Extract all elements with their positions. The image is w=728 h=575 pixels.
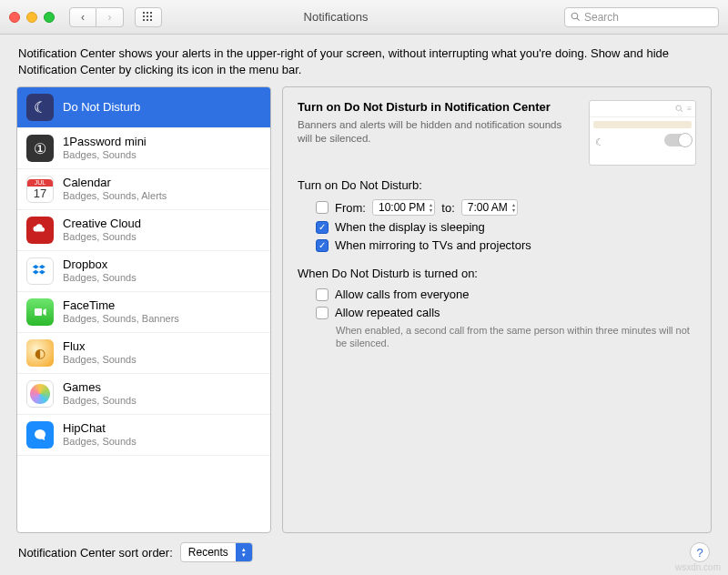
repeated-checkbox[interactable]	[316, 307, 329, 319]
app-name: Flux	[63, 340, 136, 354]
app-subtitle: Badges, Sounds	[63, 354, 136, 366]
sidebar-item-games[interactable]: GamesBadges, Sounds	[17, 374, 270, 415]
everyone-label: Allow calls from everyone	[335, 288, 469, 301]
back-button[interactable]: ‹	[69, 7, 96, 27]
schedule-section-label: Turn on Do Not Disturb:	[298, 178, 696, 192]
mirroring-label: When mirroring to TVs and projectors	[335, 238, 531, 252]
svg-rect-3	[143, 15, 145, 17]
content-area: ☾Do Not Disturb①1Password miniBadges, So…	[0, 86, 728, 533]
sidebar-item-1password-mini[interactable]: ①1Password miniBadges, Sounds	[17, 128, 270, 169]
moon-mini-icon: ☾	[595, 136, 604, 148]
app-name: 1Password mini	[63, 136, 147, 149]
search-input[interactable]: Search	[564, 7, 719, 27]
app-name: Calendar	[63, 177, 167, 190]
search-icon	[571, 12, 581, 22]
when-on-section-label: When Do Not Disturb is turned on:	[298, 267, 696, 280]
option-from-row: From: 10:00 PM ▴▾ to: 7:00 AM ▴▾	[316, 199, 696, 216]
svg-rect-2	[150, 12, 152, 14]
app-name: HipChat	[63, 422, 136, 436]
from-time-input[interactable]: 10:00 PM ▴▾	[372, 199, 435, 216]
to-time-input[interactable]: 7:00 AM ▴▾	[461, 199, 518, 216]
app-sidebar[interactable]: ☾Do Not Disturb①1Password miniBadges, So…	[16, 86, 271, 533]
option-everyone-row: Allow calls from everyone	[316, 288, 696, 301]
mirroring-checkbox[interactable]	[316, 239, 329, 252]
sidebar-item-creative-cloud[interactable]: Creative CloudBadges, Sounds	[17, 210, 270, 251]
app-subtitle: Badges, Sounds	[63, 436, 136, 448]
app-subtitle: Badges, Sounds	[63, 395, 136, 407]
sidebar-item-facetime[interactable]: FaceTimeBadges, Sounds, Banners	[17, 292, 270, 333]
show-all-button[interactable]	[135, 7, 162, 27]
from-checkbox[interactable]	[316, 201, 329, 214]
svg-rect-6	[143, 19, 145, 21]
sidebar-item-calendar[interactable]: JUL17CalendarBadges, Sounds, Alerts	[17, 169, 270, 210]
sort-order-value: Recents	[188, 546, 228, 559]
repeated-label: Allow repeated calls	[335, 306, 440, 319]
pane-description: Notification Center shows your alerts in…	[0, 35, 728, 86]
svg-rect-5	[150, 15, 152, 17]
titlebar: ‹ › Notifications Search	[0, 0, 728, 35]
sidebar-item-do-not-disturb[interactable]: ☾Do Not Disturb	[17, 87, 270, 128]
detail-header: Turn on Do Not Disturb in Notification C…	[298, 100, 696, 166]
app-name: Games	[63, 381, 136, 395]
detail-title: Turn on Do Not Disturb in Notification C…	[298, 100, 578, 115]
sidebar-item-hipchat[interactable]: HipChatBadges, Sounds	[17, 415, 270, 456]
app-name: Creative Cloud	[63, 217, 141, 231]
traffic-lights	[9, 12, 55, 23]
app-subtitle: Badges, Sounds, Alerts	[63, 190, 167, 202]
detail-subtitle: Banners and alerts will be hidden and no…	[298, 118, 578, 146]
window-title: Notifications	[169, 10, 557, 24]
footer: Notification Center sort order: Recents …	[0, 533, 728, 575]
app-name: FaceTime	[63, 299, 179, 313]
grid-icon	[143, 12, 154, 23]
watermark: wsxdn.com	[675, 562, 721, 572]
zoom-icon[interactable]	[44, 12, 55, 23]
select-arrows-icon: ▴▾	[236, 543, 252, 561]
from-label: From:	[335, 201, 366, 215]
stepper-icon[interactable]: ▴▾	[512, 202, 515, 213]
sort-order-label: Notification Center sort order:	[18, 546, 173, 560]
menu-mini-icon: ≡	[687, 105, 692, 113]
everyone-checkbox[interactable]	[316, 288, 329, 301]
app-subtitle: Badges, Sounds	[63, 272, 136, 284]
nc-preview: ≡ ☾	[589, 100, 696, 166]
svg-rect-4	[147, 15, 148, 17]
repeated-hint: When enabled, a second call from the sam…	[336, 324, 696, 350]
app-name: Do Not Disturb	[63, 101, 140, 115]
option-mirroring-row: When mirroring to TVs and projectors	[316, 238, 696, 252]
to-label: to:	[441, 201, 454, 215]
svg-rect-1	[147, 12, 148, 14]
close-icon[interactable]	[9, 12, 20, 23]
app-name: Dropbox	[63, 258, 136, 272]
app-subtitle: Badges, Sounds	[63, 231, 141, 243]
forward-button: ›	[96, 7, 124, 27]
toggle-mini-icon	[664, 134, 692, 146]
option-sleeping-row: When the display is sleeping	[316, 220, 696, 234]
sort-order-select[interactable]: Recents ▴▾	[180, 542, 253, 562]
search-placeholder: Search	[584, 11, 619, 24]
sleeping-label: When the display is sleeping	[335, 220, 485, 234]
svg-rect-7	[147, 19, 148, 21]
svg-rect-0	[143, 12, 145, 14]
option-repeated-row: Allow repeated calls	[316, 306, 696, 319]
sleeping-checkbox[interactable]	[316, 221, 329, 234]
svg-rect-9	[35, 308, 42, 316]
nav-buttons: ‹ ›	[69, 7, 124, 27]
stepper-icon[interactable]: ▴▾	[430, 202, 432, 213]
svg-rect-8	[150, 19, 152, 21]
sidebar-item-flux[interactable]: ◐FluxBadges, Sounds	[17, 333, 270, 374]
help-button[interactable]: ?	[690, 542, 710, 562]
sidebar-item-dropbox[interactable]: DropboxBadges, Sounds	[17, 251, 270, 292]
detail-pane: Turn on Do Not Disturb in Notification C…	[282, 86, 712, 533]
minimize-icon[interactable]	[26, 12, 37, 23]
preferences-window: ‹ › Notifications Search Notification Ce…	[0, 0, 728, 575]
search-mini-icon	[675, 105, 683, 113]
app-subtitle: Badges, Sounds	[63, 149, 147, 161]
app-subtitle: Badges, Sounds, Banners	[63, 313, 179, 325]
